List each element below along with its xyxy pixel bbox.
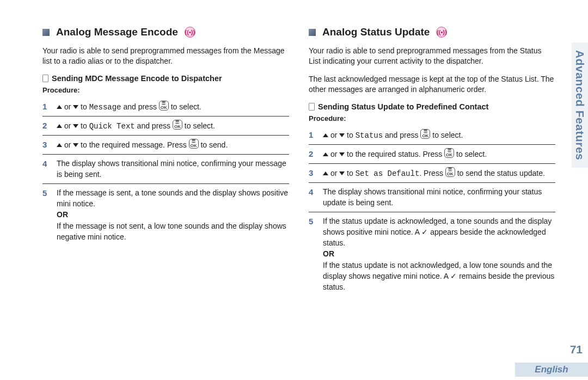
step-text: and press [383, 131, 420, 139]
check-icon: ✓ [450, 272, 457, 280]
step-body: If the message is sent, a tone sounds an… [57, 187, 289, 242]
side-tab: Advanced Features [572, 42, 588, 168]
step-number: 2 [309, 148, 317, 160]
section-heading-left: Analog Message Encode ((•)) [42, 26, 289, 38]
two-column-layout: Analog Message Encode ((•)) Your radio i… [42, 26, 555, 331]
step-text: to send the status update. [455, 169, 545, 177]
step-text: and press [135, 121, 173, 130]
down-arrow-icon [339, 171, 345, 175]
square-bullet-icon [309, 29, 316, 36]
step-row: 1 or to Message and press ☰OK to select. [42, 97, 289, 117]
step-row: 5 If the status update is acknowledged, … [309, 212, 555, 296]
menu-code: Status [356, 131, 383, 140]
step-text: to [78, 102, 89, 111]
up-arrow-icon [57, 143, 62, 147]
step-body: or to the required status. Press ☰OK to … [323, 148, 555, 160]
step-text: to the required status. Press [345, 150, 444, 158]
step-body: or to Status and press ☰OK to select. [323, 129, 555, 141]
menu-code: Set as Default [356, 169, 420, 178]
step-row: 2 or to Quick Text and press ☰OK to sele… [42, 117, 289, 136]
down-arrow-icon [339, 152, 345, 156]
intro-paragraph: Your radio is able to send preprogrammed… [309, 46, 555, 66]
procedure-label: Procedure: [309, 114, 555, 122]
step-text: or [328, 131, 339, 139]
step-text: or [62, 121, 73, 130]
step-body: or to Quick Text and press ☰OK to select… [57, 120, 289, 132]
heading-text: Analog Status Update [322, 26, 430, 38]
step-text: If the message is not sent, a low tone s… [57, 222, 286, 241]
step-text: to [345, 169, 355, 177]
down-arrow-icon [73, 105, 78, 109]
manual-page: Analog Message Encode ((•)) Your radio i… [0, 0, 588, 380]
right-column: Analog Status Update ((•)) Your radio is… [309, 26, 555, 331]
step-text: or [62, 102, 73, 111]
step-row: 4 The display shows transitional mini no… [309, 183, 555, 212]
step-row: 5 If the message is sent, a tone sounds … [42, 184, 289, 246]
step-text: to [345, 131, 355, 139]
step-text: or [328, 150, 339, 158]
step-text: to [78, 121, 89, 130]
step-text: to the required message. Press [78, 140, 188, 149]
down-arrow-icon [73, 124, 78, 128]
step-body: or to Message and press ☰OK to select. [57, 101, 289, 113]
up-arrow-icon [323, 133, 328, 137]
step-body: or to Set as Default. Press ☰OK to send … [323, 167, 555, 179]
step-row: 1 or to Status and press ☰OK to select. [309, 126, 555, 145]
step-number: 4 [42, 158, 51, 170]
intro-paragraph: The last acknowledged message is kept at… [309, 74, 555, 95]
step-body: The display shows transitional mini noti… [57, 158, 289, 180]
procedure-steps-left: 1 or to Message and press ☰OK to select.… [42, 97, 289, 246]
square-bullet-icon [42, 29, 50, 36]
step-number: 5 [42, 187, 51, 199]
step-body: or to the required message. Press ☰OK to… [57, 139, 289, 150]
page-icon [42, 75, 48, 82]
language-tab: English [515, 363, 588, 377]
ok-key-icon: ☰OK [444, 148, 454, 158]
step-number: 3 [309, 167, 317, 179]
down-arrow-icon [73, 143, 78, 147]
step-text: to send. [199, 140, 228, 149]
step-number: 1 [42, 101, 51, 113]
step-row: 2 or to the required status. Press ☰OK t… [309, 145, 555, 164]
ok-key-icon: ☰OK [445, 167, 455, 177]
page-number: 71 [570, 343, 583, 356]
step-number: 5 [309, 216, 317, 228]
up-arrow-icon [323, 152, 328, 156]
heading-text: Analog Message Encode [56, 26, 178, 38]
up-arrow-icon [57, 105, 62, 109]
step-body: If the status update is acknowledged, a … [323, 216, 555, 293]
step-text: and press [121, 102, 159, 111]
or-label: OR [57, 210, 68, 219]
sub-heading-text: Sending Status Update to Predefined Cont… [318, 102, 488, 111]
procedure-steps-right: 1 or to Status and press ☰OK to select. … [309, 126, 555, 296]
menu-code: Quick Text [89, 122, 135, 131]
sub-heading-left: Sending MDC Message Encode to Dispatcher [42, 74, 289, 83]
left-column: Analog Message Encode ((•)) Your radio i… [42, 26, 289, 331]
step-text: to select. [169, 102, 201, 111]
page-icon [309, 103, 315, 111]
sub-heading-text: Sending MDC Message Encode to Dispatcher [52, 74, 222, 83]
check-icon: ✓ [421, 228, 428, 236]
step-text: . Press [419, 169, 445, 177]
menu-code: Message [89, 103, 121, 112]
side-tab-label: Advanced Features [573, 50, 586, 160]
antenna-icon: ((•)) [436, 27, 447, 38]
section-heading-right: Analog Status Update ((•)) [309, 26, 555, 38]
sub-heading-right: Sending Status Update to Predefined Cont… [309, 102, 555, 111]
step-text: or [62, 140, 73, 149]
step-row: 3 or to the required message. Press ☰OK … [42, 136, 289, 155]
procedure-label: Procedure: [42, 86, 289, 94]
or-label: OR [323, 249, 334, 258]
step-row: 3 or to Set as Default. Press ☰OK to sen… [309, 164, 555, 183]
step-number: 4 [309, 186, 317, 198]
ok-key-icon: ☰OK [189, 139, 199, 149]
step-row: 4 The display shows transitional mini no… [42, 155, 289, 184]
up-arrow-icon [57, 124, 62, 128]
step-body: The display shows transitional mini noti… [323, 186, 555, 209]
step-text: If the message is sent, a tone sounds an… [57, 188, 288, 208]
step-text: to select. [454, 150, 487, 158]
step-text: or [328, 169, 339, 177]
step-text: to select. [182, 121, 215, 130]
step-number: 2 [42, 120, 51, 132]
step-number: 1 [309, 129, 317, 141]
